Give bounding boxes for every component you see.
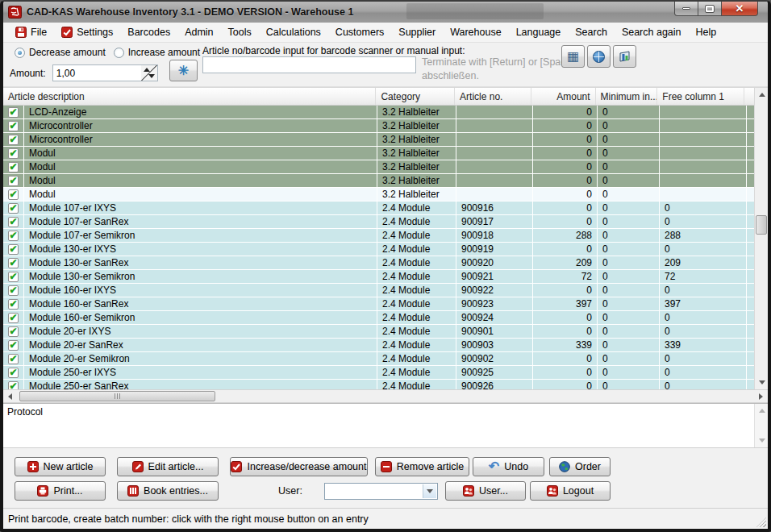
green-check-icon: ✔ — [8, 368, 19, 378]
table-cell-category: 2.4 Module — [377, 311, 456, 325]
menu-item-label: Warehouse — [450, 27, 501, 38]
table-cell-free-column: 397 — [660, 297, 747, 311]
undo-button[interactable]: ↶ Undo — [473, 457, 544, 476]
minimize-button[interactable] — [674, 2, 698, 16]
scroll-up-button[interactable] — [755, 88, 768, 102]
resize-grip-icon[interactable] — [756, 517, 766, 527]
user-select[interactable] — [324, 483, 438, 500]
book-entries-button[interactable]: Book entries... — [117, 481, 219, 501]
menu-item-customers[interactable]: Customers — [328, 25, 391, 39]
amount-spinner[interactable] — [141, 65, 157, 81]
scroll-right-button[interactable] — [754, 390, 768, 402]
menu-item-supplier[interactable]: Supplier — [391, 25, 443, 39]
increase-amount-radio[interactable]: Increase amount — [114, 47, 200, 58]
new-article-button[interactable]: New article — [15, 457, 106, 476]
table-row[interactable]: ✔Module 107-er Semikron2.4 Module9009182… — [3, 229, 754, 243]
calculator-table-button[interactable]: ▦ — [561, 45, 585, 68]
table-row[interactable]: ✔Module 130-er Semikron2.4 Module9009217… — [3, 270, 754, 284]
column-header-4[interactable]: Amount — [531, 88, 596, 105]
close-button[interactable]: ✕ — [721, 2, 758, 16]
column-header-3[interactable]: Article no. — [455, 88, 531, 105]
table-cell-article-no: 900920 — [456, 256, 533, 270]
table-cell-free-column: 0 — [660, 380, 747, 389]
user-button[interactable]: User... — [445, 481, 526, 501]
print-button[interactable]: Print... — [15, 481, 106, 501]
table-cell-icon: ✔ — [3, 133, 24, 147]
table-row[interactable]: ✔Module 107-er IXYS2.4 Module900916000 — [3, 202, 754, 215]
scan-action-button[interactable]: ✳ — [169, 60, 198, 81]
toolbar: Decrease amount Increase amount Amount: … — [3, 43, 768, 87]
menu-item-help[interactable]: Help — [689, 25, 724, 39]
barcode-input[interactable] — [202, 56, 416, 73]
table-row[interactable]: ✔Module 130-er IXYS2.4 Module900919000 — [3, 243, 754, 256]
dropdown-button[interactable] — [423, 484, 436, 498]
table-cell-minimum: 0 — [598, 256, 660, 270]
table-cell-amount: 0 — [533, 352, 598, 366]
table-cell-article-no: 900919 — [456, 243, 533, 256]
column-header-6[interactable]: Free column 1 — [657, 88, 744, 105]
remove-article-button[interactable]: Remove article — [375, 457, 469, 476]
table-row[interactable]: ✔Module 20-er IXYS2.4 Module900901000 — [3, 325, 754, 339]
menu-item-search[interactable]: Search — [568, 25, 615, 39]
table-cell-category: 2.4 Module — [377, 325, 456, 339]
scroll-left-button[interactable] — [3, 390, 17, 402]
table-horizontal-scrollbar[interactable] — [3, 389, 768, 403]
table-row[interactable]: ✔Module 160-er IXYS2.4 Module900922000 — [3, 284, 754, 297]
menu-item-admin[interactable]: Admin — [177, 25, 220, 39]
horizontal-scroll-thumb[interactable] — [19, 391, 215, 401]
menu-item-search-again[interactable]: Search again — [615, 25, 689, 39]
green-check-icon: ✔ — [8, 244, 19, 255]
table-row[interactable]: ✔Modul3.2 Halbleiter00 — [3, 174, 754, 188]
menu-item-warehouse[interactable]: Warehouse — [443, 25, 508, 39]
table-row[interactable]: ✔Modul3.2 Halbleiter00 — [3, 147, 754, 160]
menu-item-tools[interactable]: Tools — [221, 25, 259, 39]
scroll-down-button[interactable] — [755, 434, 769, 447]
table-vertical-scrollbar[interactable] — [754, 88, 768, 389]
menu-item-file[interactable]: File — [8, 25, 54, 39]
table-row[interactable]: ✔Modul3.2 Halbleiter00 — [3, 160, 754, 174]
green-check-icon: ✔ — [8, 176, 19, 186]
table-row[interactable]: ✔Module 250-er IXYS2.4 Module900925000 — [3, 366, 754, 380]
scroll-up-button[interactable] — [755, 404, 769, 418]
table-cell-amount: 0 — [533, 215, 598, 229]
decrease-amount-radio[interactable]: Decrease amount — [15, 47, 106, 58]
table-row[interactable]: ✔Module 160-er SanRex2.4 Module900923397… — [3, 297, 754, 311]
column-header-2[interactable]: Category — [376, 88, 455, 105]
green-check-icon: ✔ — [8, 381, 19, 390]
logout-button[interactable]: Logout — [530, 481, 611, 501]
table-row[interactable]: ✔Module 160-er Semikron2.4 Module9009240… — [3, 311, 754, 325]
table-row[interactable]: ✔Module 107-er SanRex2.4 Module900917000 — [3, 215, 754, 229]
web-globe-button[interactable] — [587, 45, 611, 68]
statistics-button[interactable] — [613, 45, 636, 68]
table-row[interactable]: ✔Microcontroller3.2 Halbleiter00 — [3, 119, 754, 133]
table-cell-free-column: 72 — [660, 270, 747, 284]
menu-item-calculations[interactable]: Calculations — [259, 25, 328, 39]
table-cell-category: 3.2 Halbleiter — [377, 119, 456, 133]
table-row[interactable]: ✔Modul3.2 Halbleiter00 — [3, 188, 754, 202]
amount-input[interactable] — [53, 65, 140, 81]
green-check-icon: ✔ — [8, 162, 19, 172]
maximize-button[interactable] — [698, 2, 721, 16]
table-cell-description: Modul — [24, 174, 377, 188]
table-row[interactable]: ✔Module 20-er SanRex2.4 Module9009033390… — [3, 339, 754, 352]
edit-article-button[interactable]: Edit article... — [117, 457, 219, 476]
table-cell-amount: 72 — [533, 270, 598, 284]
protocol-scrollbar[interactable] — [754, 404, 768, 447]
table-row[interactable]: ✔Microcontroller3.2 Halbleiter00 — [3, 133, 754, 147]
table-row[interactable]: ✔Module 250-er SanRex2.4 Module900926000 — [3, 380, 754, 389]
menu-item-language[interactable]: Language — [509, 25, 569, 39]
table-row[interactable]: ✔Module 130-er SanRex2.4 Module900920209… — [3, 256, 754, 270]
increase-decrease-amount-button[interactable]: Increase/decrease amount — [230, 457, 368, 476]
table-row[interactable]: ✔LCD-Anzeige3.2 Halbleiter00 — [3, 106, 754, 119]
column-header-1[interactable]: Article description — [3, 88, 376, 105]
table-row[interactable]: ✔Module 20-er Semikron2.4 Module90090200… — [3, 352, 754, 366]
column-header-5[interactable]: Minimum in... — [596, 88, 658, 105]
logout-user-icon — [547, 485, 558, 497]
scroll-down-button[interactable] — [755, 376, 768, 389]
protocol-textarea[interactable]: Protocol — [3, 403, 768, 448]
menu-item-settings[interactable]: Settings — [54, 25, 120, 39]
menu-item-barcodes[interactable]: Barcodes — [120, 25, 177, 39]
order-button[interactable]: Order — [549, 457, 611, 476]
table-cell-icon: ✔ — [3, 215, 24, 229]
vertical-scroll-thumb[interactable] — [756, 215, 767, 235]
